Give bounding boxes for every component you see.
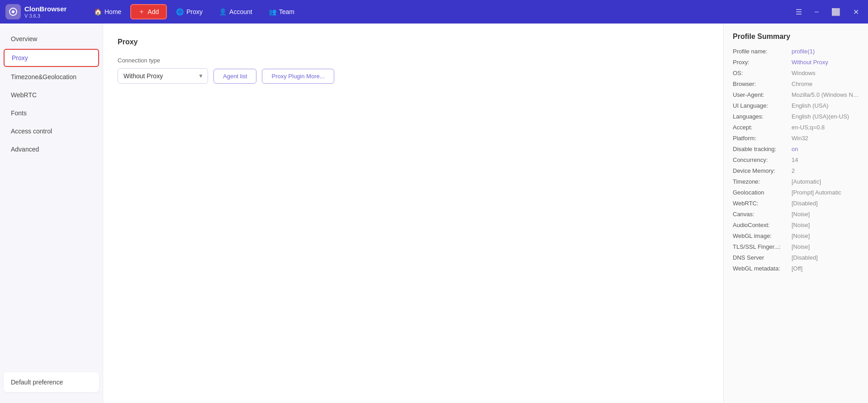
summary-key: Disable tracking: <box>733 146 792 152</box>
sidebar-item-fonts[interactable]: Fonts <box>0 105 103 121</box>
summary-row: Languages:English (USA)(en-US) <box>733 113 859 120</box>
summary-row: Disable tracking:on <box>733 146 859 152</box>
summary-row: DNS Server[Disabled] <box>733 254 859 261</box>
maximize-button[interactable]: ⬜ <box>828 6 844 18</box>
summary-row: Timezone:[Automatic] <box>733 178 859 185</box>
summary-row: UI Language:English (USA) <box>733 102 859 109</box>
summary-value: [Noise] <box>792 232 810 239</box>
content-area: Proxy Connection type Without Proxy HTTP… <box>103 24 723 403</box>
svg-point-1 <box>12 10 14 13</box>
sidebar-item-timezone[interactable]: Timezone&Geolocation <box>0 69 103 85</box>
connection-type-select-wrapper: Without Proxy HTTP HTTPS SOCKS4 SOCKS5 ▼ <box>118 68 208 84</box>
summary-key: Canvas: <box>733 211 792 218</box>
nav-account[interactable]: 👤 Account <box>212 5 260 18</box>
summary-row: Accept:en-US;q=0.8 <box>733 124 859 131</box>
summary-row: WebGL image:[Noise] <box>733 232 859 239</box>
summary-value: [Off] <box>792 265 802 272</box>
profile-summary-panel: Profile Summary Profile name:profile(1)P… <box>723 24 868 403</box>
summary-key: Languages: <box>733 113 792 120</box>
summary-row: Platform:Win32 <box>733 135 859 142</box>
summary-row: TLS/SSL Finger...:[Noise] <box>733 243 859 250</box>
add-icon: ＋ <box>138 8 145 16</box>
summary-key: Proxy: <box>733 59 792 66</box>
minimize-button[interactable]: – <box>811 6 822 18</box>
summary-value: 14 <box>792 156 798 163</box>
topbar: ClonBrowser V 3.6.3 🏠 Home ＋ Add 🌐 Proxy… <box>0 0 868 24</box>
summary-value: [Noise] <box>792 243 810 250</box>
summary-value: 2 <box>792 167 795 174</box>
team-icon: 👥 <box>269 8 276 15</box>
summary-row: Profile name:profile(1) <box>733 48 859 55</box>
sidebar-item-access-control[interactable]: Access control <box>0 123 103 139</box>
summary-row: AudioContext:[Noise] <box>733 222 859 228</box>
summary-key: Device Memory: <box>733 167 792 174</box>
summary-value: Win32 <box>792 135 808 142</box>
default-preference-button[interactable]: Default preference <box>4 372 99 392</box>
window-controls: ☰ – ⬜ ✕ <box>792 6 863 18</box>
agent-list-button[interactable]: Agent list <box>213 69 256 84</box>
summary-row: WebGL metadata:[Off] <box>733 265 859 272</box>
home-icon: 🏠 <box>94 8 102 15</box>
brand-version: V 3.6.3 <box>24 13 66 19</box>
nav-add[interactable]: ＋ Add <box>130 4 167 19</box>
summary-value: on <box>792 146 798 152</box>
summary-value: Windows <box>792 70 816 76</box>
sidebar-item-advanced[interactable]: Advanced <box>0 141 103 157</box>
summary-key: WebRTC: <box>733 200 792 207</box>
menu-button[interactable]: ☰ <box>792 6 806 18</box>
close-button[interactable]: ✕ <box>849 6 863 18</box>
summary-row: Proxy:Without Proxy <box>733 59 859 66</box>
summary-value: en-US;q=0.8 <box>792 124 825 131</box>
proxy-plugin-button[interactable]: Proxy Plugin More... <box>262 69 334 84</box>
sidebar-item-overview[interactable]: Overview <box>0 31 103 47</box>
brand-icon <box>5 4 21 19</box>
summary-value: Without Proxy <box>792 59 828 66</box>
controls-row: Without Proxy HTTP HTTPS SOCKS4 SOCKS5 ▼… <box>118 68 709 84</box>
summary-key: WebGL image: <box>733 232 792 239</box>
sidebar: Overview Proxy Timezone&Geolocation WebR… <box>0 24 103 403</box>
proxy-icon: 🌐 <box>176 8 184 15</box>
nav-add-label: Add <box>147 8 159 15</box>
summary-value: profile(1) <box>792 48 815 55</box>
summary-key: AudioContext: <box>733 222 792 228</box>
summary-row: Canvas:[Noise] <box>733 211 859 218</box>
summary-value: Mozilla/5.0 (Windows NT 1... <box>792 91 859 98</box>
summary-value: [Disabled] <box>792 254 818 261</box>
summary-row: OS:Windows <box>733 70 859 76</box>
summary-key: TLS/SSL Finger...: <box>733 243 792 250</box>
summary-row: Concurrency:14 <box>733 156 859 163</box>
summary-key: Browser: <box>733 81 792 87</box>
summary-key: DNS Server <box>733 254 792 261</box>
main-layout: Overview Proxy Timezone&Geolocation WebR… <box>0 24 868 403</box>
summary-row: Geolocation[Prompt] Automatic <box>733 189 859 196</box>
sidebar-item-proxy[interactable]: Proxy <box>4 49 99 67</box>
summary-value: [Disabled] <box>792 200 818 207</box>
summary-key: UI Language: <box>733 102 792 109</box>
summary-row: Device Memory:2 <box>733 167 859 174</box>
nav-team[interactable]: 👥 Team <box>261 5 302 18</box>
nav-proxy[interactable]: 🌐 Proxy <box>169 5 210 18</box>
summary-row: User-Agent:Mozilla/5.0 (Windows NT 1... <box>733 91 859 98</box>
summary-value: [Prompt] Automatic <box>792 189 841 196</box>
summary-key: User-Agent: <box>733 91 792 98</box>
summary-value: [Noise] <box>792 211 810 218</box>
nav-account-label: Account <box>229 8 252 15</box>
sidebar-item-webrtc[interactable]: WebRTC <box>0 87 103 103</box>
summary-key: Geolocation <box>733 189 792 196</box>
connection-type-label: Connection type <box>118 57 709 64</box>
summary-key: Profile name: <box>733 48 792 55</box>
nav-team-label: Team <box>279 8 294 15</box>
nav-proxy-label: Proxy <box>186 8 203 15</box>
brand-name: ClonBrowser <box>24 5 66 13</box>
summary-value: English (USA)(en-US) <box>792 113 849 120</box>
nav-home[interactable]: 🏠 Home <box>87 5 128 18</box>
connection-type-select[interactable]: Without Proxy HTTP HTTPS SOCKS4 SOCKS5 <box>118 68 208 84</box>
brand: ClonBrowser V 3.6.3 <box>5 4 78 19</box>
summary-key: WebGL metadata: <box>733 265 792 272</box>
summary-value: Chrome <box>792 81 812 87</box>
summary-value: [Noise] <box>792 222 810 228</box>
section-title: Proxy <box>118 38 709 46</box>
panel-title: Profile Summary <box>733 33 859 41</box>
summary-key: Timezone: <box>733 178 792 185</box>
summary-key: OS: <box>733 70 792 76</box>
